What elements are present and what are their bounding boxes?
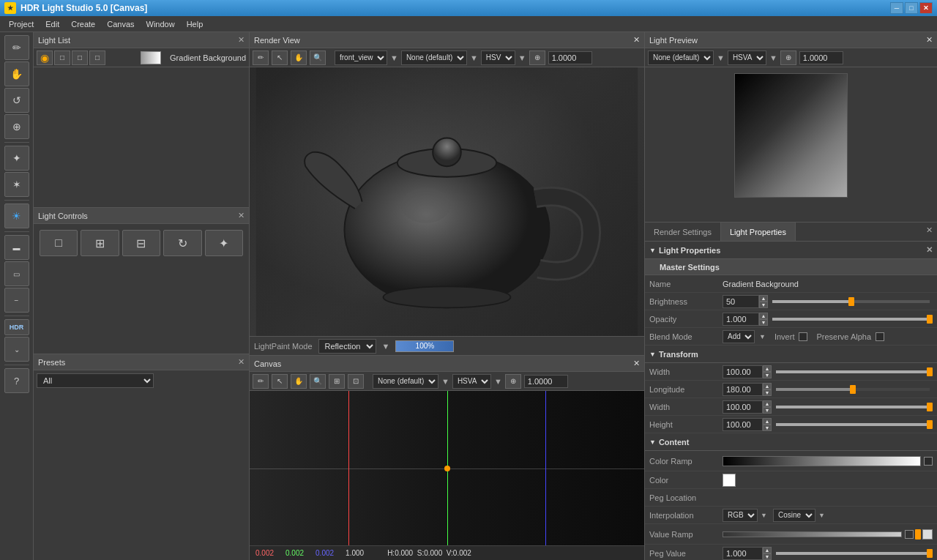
invert-checkbox[interactable]	[799, 332, 807, 341]
pegvalue-slider[interactable]	[776, 552, 930, 555]
ctrl-btn-expand[interactable]: ⊞	[81, 230, 119, 256]
brightness-spin-down[interactable]: ▼	[759, 302, 768, 308]
light-view-btn2[interactable]: □	[72, 51, 88, 65]
cv-tool-frame2[interactable]: ⊡	[348, 374, 364, 389]
width2-spin-up[interactable]: ▲	[763, 400, 772, 407]
sidebar-btn-rect1[interactable]: ▬	[4, 235, 29, 260]
cv-tool-arrow[interactable]: ↖	[272, 374, 288, 389]
cv-value-input[interactable]	[524, 375, 568, 388]
presets-dropdown[interactable]: All	[37, 373, 154, 388]
menu-canvas[interactable]: Canvas	[101, 18, 140, 30]
sidebar-btn-minus[interactable]: −	[4, 288, 29, 313]
height-slider[interactable]	[776, 423, 930, 426]
ctrl-btn-square[interactable]: □	[40, 230, 78, 256]
cv-lock-btn[interactable]: ⊕	[505, 374, 521, 389]
sidebar-btn-brush[interactable]: ✏	[4, 35, 29, 60]
height-spin-down[interactable]: ▼	[763, 425, 772, 431]
light-view-btn3[interactable]: □	[89, 51, 105, 65]
lp-colorspace-select[interactable]: None (default)	[648, 51, 714, 65]
rv-tool-arrow[interactable]: ↖	[272, 51, 288, 65]
menu-window[interactable]: Window	[141, 18, 181, 30]
width1-spin-down[interactable]: ▼	[763, 372, 772, 378]
width1-slider[interactable]	[776, 370, 930, 373]
rv-colorspace-select[interactable]: None (default)	[401, 51, 467, 65]
minimize-button[interactable]: ─	[890, 2, 903, 14]
cv-tool-pencil[interactable]: ✏	[253, 374, 269, 389]
pegvalue-spin-down[interactable]: ▼	[763, 553, 772, 560]
ctrl-btn-rotate2[interactable]: ↻	[163, 230, 201, 256]
lightpaint-mode-select[interactable]: Reflection	[318, 339, 376, 354]
canvas-view[interactable]	[250, 391, 644, 545]
rv-tool-hand[interactable]: ✋	[291, 51, 307, 65]
width2-input[interactable]	[723, 400, 763, 414]
height-input[interactable]	[723, 418, 763, 431]
close-button[interactable]: ✕	[919, 2, 933, 14]
section-close-1[interactable]: ✕	[926, 245, 933, 255]
render-view-close[interactable]: ✕	[633, 35, 640, 45]
sidebar-btn-rect2[interactable]: ▭	[4, 261, 29, 286]
ctrl-btn-sun2[interactable]: ✦	[205, 230, 243, 256]
width1-spin-up[interactable]: ▲	[763, 365, 772, 372]
light-list-close[interactable]: ✕	[238, 35, 244, 45]
cv-colorspace-select[interactable]: None (default)	[373, 374, 438, 389]
canvas-close[interactable]: ✕	[633, 359, 640, 368]
color-swatch[interactable]	[723, 474, 736, 487]
sidebar-btn-hdr[interactable]: HDR	[4, 319, 29, 335]
opacity-slider[interactable]	[772, 318, 930, 321]
cv-tool-zoom[interactable]: 🔍	[310, 374, 326, 389]
longitude-input[interactable]	[723, 383, 763, 396]
light-controls-close[interactable]: ✕	[238, 211, 244, 220]
sidebar-btn-chevron[interactable]: ⌄	[4, 337, 29, 362]
longitude-spin-up[interactable]: ▲	[763, 383, 772, 389]
ctrl-btn-compress[interactable]: ⊟	[122, 230, 160, 256]
opacity-spin-up[interactable]: ▲	[759, 313, 768, 319]
cv-tool-frame[interactable]: ⊞	[329, 374, 345, 389]
valueramp-arrow-btn[interactable]: ↗	[922, 529, 933, 540]
rv-tool-zoom[interactable]: 🔍	[310, 51, 326, 65]
menu-project[interactable]: Project	[3, 18, 40, 30]
light-view-btn1[interactable]: □	[54, 51, 70, 65]
section-transform[interactable]: ▼ Transform	[645, 346, 937, 363]
lp-value-input[interactable]	[799, 51, 843, 64]
value-ramp-display[interactable]	[723, 531, 902, 537]
rv-mode-select[interactable]: front_view	[335, 51, 387, 65]
sidebar-btn-sun[interactable]: ☀	[4, 204, 29, 228]
preserve-alpha-checkbox[interactable]	[876, 332, 884, 341]
cv-tool-hand[interactable]: ✋	[291, 374, 307, 389]
opacity-spin-down[interactable]: ▼	[759, 319, 768, 326]
tab-light-properties[interactable]: Light Properties	[721, 223, 796, 241]
sidebar-btn-help[interactable]: ?	[4, 368, 29, 393]
opacity-input[interactable]	[723, 313, 759, 326]
color-ramp-display[interactable]	[723, 456, 921, 466]
section-content[interactable]: ▼ Content	[645, 433, 937, 451]
maximize-button[interactable]: □	[905, 2, 918, 14]
brightness-input[interactable]	[723, 295, 759, 308]
width2-slider[interactable]	[776, 406, 930, 408]
sidebar-btn-light[interactable]: ✦	[4, 146, 29, 171]
rv-value-input[interactable]	[548, 51, 592, 64]
lp-lock-btn[interactable]: ⊕	[780, 51, 796, 65]
interpolation-color-select[interactable]: RGB	[723, 509, 758, 522]
sidebar-btn-move[interactable]: ✋	[4, 61, 29, 86]
tab-render-settings[interactable]: Render Settings	[645, 223, 721, 241]
blendmode-select[interactable]: Add	[723, 330, 755, 343]
props-close[interactable]: ✕	[922, 223, 937, 241]
brightness-slider[interactable]	[772, 300, 930, 303]
lp-channel-select[interactable]: HSVA	[728, 51, 766, 65]
section-light-props[interactable]: ▼ Light Properties ✕	[645, 242, 937, 259]
sidebar-btn-scale[interactable]: ⊕	[4, 114, 29, 139]
width1-input[interactable]	[723, 365, 763, 378]
rv-channel-select[interactable]: HSV	[481, 51, 515, 65]
pegvalue-input[interactable]	[723, 547, 763, 560]
rv-lock-btn[interactable]: ⊕	[529, 51, 545, 65]
light-add-btn[interactable]: ◉	[37, 51, 53, 65]
brightness-spin-up[interactable]: ▲	[759, 295, 768, 302]
sidebar-btn-rotate[interactable]: ↺	[4, 88, 29, 113]
menu-help[interactable]: Help	[181, 18, 209, 30]
rv-tool-pencil[interactable]: ✏	[253, 51, 269, 65]
cv-channel-select[interactable]: HSVA	[452, 374, 491, 389]
height-spin-up[interactable]: ▲	[763, 418, 772, 425]
width2-spin-down[interactable]: ▼	[763, 407, 772, 414]
menu-edit[interactable]: Edit	[40, 18, 65, 30]
light-preview-close[interactable]: ✕	[926, 35, 933, 45]
